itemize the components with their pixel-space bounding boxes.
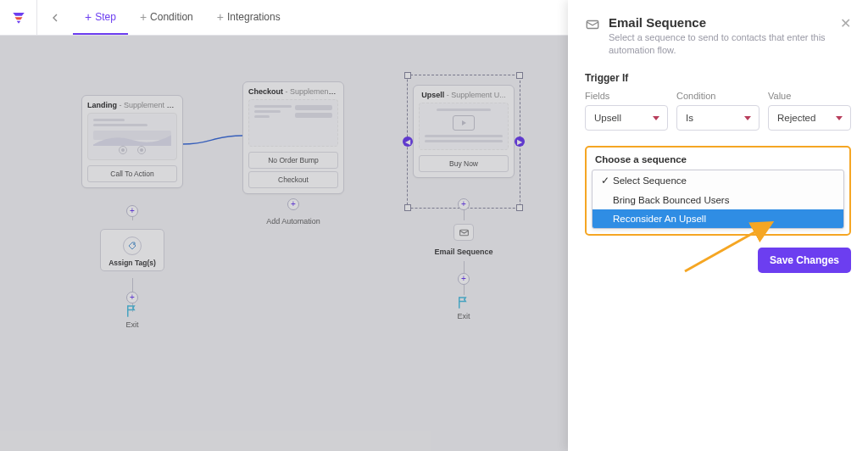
condition-label: Condition — [676, 91, 760, 101]
fields-value: Upsell — [594, 113, 621, 123]
condition-select[interactable]: Is — [676, 105, 760, 131]
choose-sequence-label: Choose a sequence — [595, 154, 841, 164]
tab-integrations-label: Integrations — [227, 11, 281, 23]
back-button[interactable] — [37, 11, 73, 25]
value-select[interactable]: Rejected — [768, 105, 851, 131]
tab-condition[interactable]: +Condition — [128, 0, 205, 35]
tab-step[interactable]: +Step — [73, 0, 128, 35]
save-button[interactable]: Save Changes — [758, 248, 851, 273]
brand-logo — [0, 0, 37, 36]
trigger-if-label: Trigger If — [585, 72, 851, 84]
option-label: Bring Back Bounced Users — [613, 195, 729, 205]
sequence-option-bounced[interactable]: Bring Back Bounced Users — [593, 191, 843, 209]
condition-value: Is — [686, 113, 693, 123]
close-icon[interactable]: ✕ — [840, 15, 851, 31]
fields-select[interactable]: Upsell — [585, 105, 668, 131]
envelope-icon — [585, 17, 600, 36]
value-label: Value — [768, 91, 851, 101]
tab-condition-label: Condition — [150, 11, 193, 23]
sequence-dropdown[interactable]: ✓Select Sequence Bring Back Bounced User… — [592, 170, 844, 229]
sequence-option-reconsider[interactable]: Reconsider An Upsell — [593, 209, 843, 228]
fields-label: Fields — [585, 91, 668, 101]
tab-integrations[interactable]: +Integrations — [205, 0, 292, 35]
panel-subtitle: Select a sequence to send to contacts th… — [609, 31, 832, 57]
sequence-option-placeholder[interactable]: ✓Select Sequence — [593, 170, 843, 191]
tab-step-label: Step — [95, 11, 116, 23]
option-label: Reconsider An Upsell — [613, 214, 706, 224]
value-value: Rejected — [777, 113, 815, 123]
side-panel-email-sequence: Email Sequence Select a sequence to send… — [568, 0, 868, 451]
panel-title: Email Sequence — [609, 15, 832, 30]
option-label: Select Sequence — [613, 175, 687, 186]
choose-sequence-box: Choose a sequence ✓Select Sequence Bring… — [585, 146, 851, 236]
